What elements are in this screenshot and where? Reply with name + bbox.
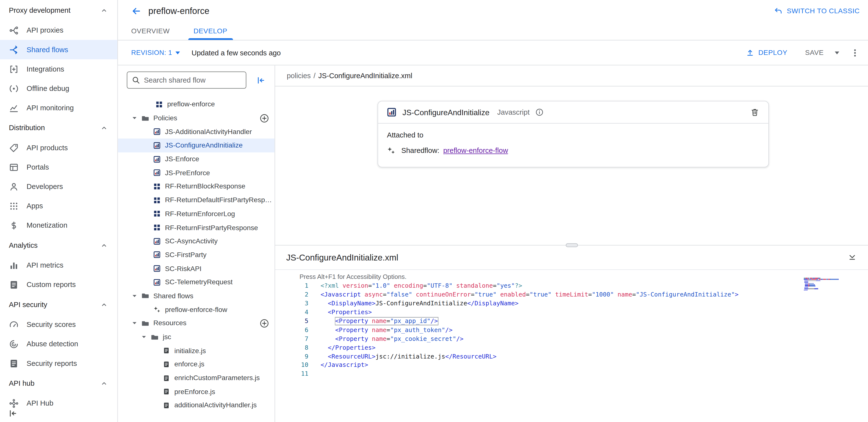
sidebar-item-monetization[interactable]: Monetization bbox=[0, 216, 117, 235]
deploy-button[interactable]: DEPLOY bbox=[746, 48, 787, 57]
collapse-explorer-button[interactable] bbox=[256, 75, 266, 85]
code-line-2[interactable]: 2<Javascript async="false" continueOnErr… bbox=[275, 290, 868, 299]
sidebar-item-developers[interactable]: Developers bbox=[0, 177, 117, 196]
code-lines: 1<?xml version="1.0" encoding="UTF-8" st… bbox=[275, 282, 868, 378]
more-menu-button[interactable] bbox=[850, 48, 859, 57]
chevron-up-icon bbox=[101, 301, 107, 308]
editor-header: JS-ConfigureAndInitialize.xml bbox=[275, 246, 868, 270]
tree-item-sc-riskapi[interactable]: SC-RiskAPI bbox=[118, 262, 275, 276]
collapse-editor-button[interactable] bbox=[847, 253, 857, 262]
tree-item-preflow-enforce[interactable]: preflow-enforce bbox=[118, 97, 275, 111]
nav-section-header-api-security[interactable]: API security bbox=[0, 294, 117, 315]
tree-item-initialize-js[interactable]: initialize.js bbox=[118, 344, 275, 358]
tree-item-enrichcustomparameters-js[interactable]: enrichCustomParameters.js bbox=[118, 371, 275, 385]
tree-item-js-preenforce[interactable]: JS-PreEnforce bbox=[118, 166, 275, 180]
sidebar-item-portals[interactable]: Portals bbox=[0, 157, 117, 177]
nav-section-header-api-hub[interactable]: API hub bbox=[0, 373, 117, 394]
sidebar-item-shared-flows[interactable]: Shared flows bbox=[0, 40, 117, 59]
sidebar-item-api-monitoring[interactable]: API monitoring bbox=[0, 98, 117, 117]
tree-item-policies[interactable]: Policies bbox=[118, 111, 275, 125]
tree-item-sc-asyncactivity[interactable]: SC-AsyncActivity bbox=[118, 234, 275, 248]
code-line-4[interactable]: 4 <Properties> bbox=[275, 308, 868, 317]
tree-item-enforce-js[interactable]: enforce.js bbox=[118, 358, 275, 371]
add-resources-button[interactable] bbox=[260, 318, 269, 328]
security-scores-icon bbox=[9, 319, 19, 330]
tree-item-js-additionalactivityhandler[interactable]: JS-AdditionalActivityHandler bbox=[118, 125, 275, 139]
sidebar-item-abuse-detection[interactable]: Abuse detection bbox=[0, 334, 117, 354]
sidebar-item-apps[interactable]: Apps bbox=[0, 196, 117, 216]
sidebar-item-offline-debug[interactable]: Offline debug bbox=[0, 79, 117, 98]
tree-item-resources[interactable]: Resources bbox=[118, 316, 275, 330]
policy-icon bbox=[153, 128, 160, 135]
add-policies-button[interactable] bbox=[260, 113, 269, 123]
tree-item-rf-returnfirstpartyresponse[interactable]: RF-ReturnFirstPartyResponse bbox=[118, 221, 275, 234]
code-line-8[interactable]: 8 </Properties> bbox=[275, 343, 868, 352]
sidebar-item-label: API Hub bbox=[27, 399, 54, 407]
sidebar-item-integrations[interactable]: Integrations bbox=[0, 59, 117, 79]
line-text: <Property name="px_auth_token"/> bbox=[320, 327, 452, 334]
tree-item-shared-flows[interactable]: Shared flows bbox=[118, 289, 275, 303]
sharedflow-link[interactable]: preflow-enforce-flow bbox=[443, 146, 508, 154]
code-line-7[interactable]: 7 <Property name="px_cookie_secret"/> bbox=[275, 334, 868, 343]
minimap[interactable] bbox=[804, 278, 842, 292]
code-line-6[interactable]: 6 <Property name="px_auth_token"/> bbox=[275, 326, 868, 335]
tree-item-sc-telemetryrequest[interactable]: SC-TelemetryRequest bbox=[118, 276, 275, 289]
info-icon[interactable] bbox=[535, 108, 544, 116]
code-line-9[interactable]: 9 <ResourceURL>jsc://initialize.js</Reso… bbox=[275, 352, 868, 361]
search-box[interactable] bbox=[127, 72, 246, 89]
portals-icon bbox=[9, 162, 19, 172]
delete-policy-button[interactable] bbox=[750, 108, 759, 117]
save-button[interactable]: SAVE bbox=[805, 49, 824, 57]
tree-item-rf-returnenforcerlog[interactable]: RF-ReturnEnforcerLog bbox=[118, 207, 275, 221]
breadcrumb-section[interactable]: policies bbox=[287, 72, 311, 80]
sidebar-item-custom-reports[interactable]: Custom reports bbox=[0, 275, 117, 294]
tree-item-additionalactivityhandler-js[interactable]: additionalActivityHandler.js bbox=[118, 398, 275, 412]
split-drag-handle[interactable] bbox=[565, 243, 578, 247]
line-text: </Javascript> bbox=[320, 362, 368, 369]
chevron-down-icon bbox=[131, 319, 138, 327]
policy-icon bbox=[153, 169, 160, 176]
nav-section-distribution: DistributionAPI productsPortalsDeveloper… bbox=[0, 117, 117, 235]
collapse-sidebar-icon[interactable] bbox=[8, 408, 18, 418]
tree-item-preflow-enforce-flow[interactable]: preflow-enforce-flow bbox=[118, 303, 275, 316]
nav-section-header-proxy-development[interactable]: Proxy development bbox=[0, 0, 117, 21]
sidebar-item-api-metrics[interactable]: API metrics bbox=[0, 256, 117, 275]
tab-overview[interactable]: OVERVIEW bbox=[126, 22, 175, 40]
code-editor[interactable]: Press Alt+F1 for Accessibility Options. … bbox=[275, 270, 868, 422]
code-line-11[interactable]: 11 bbox=[275, 370, 868, 378]
code-line-10[interactable]: 10</Javascript> bbox=[275, 361, 868, 370]
save-dropdown-button[interactable] bbox=[835, 51, 839, 54]
sharedflow-label: Sharedflow: bbox=[401, 146, 439, 154]
sidebar-sections: Proxy developmentAPI proxiesShared flows… bbox=[0, 0, 117, 413]
nav-section-header-distribution[interactable]: Distribution bbox=[0, 117, 117, 138]
tree-item-sc-firstparty[interactable]: SC-FirstParty bbox=[118, 248, 275, 262]
tree-item-jsc[interactable]: jsc bbox=[118, 330, 275, 344]
developers-icon bbox=[9, 181, 19, 192]
sidebar-item-security-reports[interactable]: Security reports bbox=[0, 354, 117, 373]
tree-item-rf-returnblockresponse[interactable]: RF-ReturnBlockResponse bbox=[118, 180, 275, 193]
search-input[interactable] bbox=[144, 76, 241, 84]
tree-item-js-configureandinitialize[interactable]: JS-ConfigureAndInitialize bbox=[118, 139, 275, 152]
code-line-3[interactable]: 3 <DisplayName>JS-ConfigureAndInitialize… bbox=[275, 299, 868, 308]
file-icon bbox=[163, 388, 170, 395]
tree-item-js-enforce[interactable]: JS-Enforce bbox=[118, 152, 275, 166]
sidebar-item-api-proxies[interactable]: API proxies bbox=[0, 21, 117, 40]
back-arrow-icon[interactable] bbox=[131, 6, 141, 16]
switch-to-classic-button[interactable]: SWITCH TO CLASSIC bbox=[774, 7, 860, 16]
breadcrumb-file: JS-ConfigureAndInitialize.xml bbox=[318, 72, 412, 80]
sidebar-item-label: Apps bbox=[27, 202, 43, 210]
line-text: <?xml version="1.0" encoding="UTF-8" sta… bbox=[320, 282, 522, 289]
page-title: preflow-enforce bbox=[148, 6, 209, 16]
chevron-up-icon bbox=[101, 380, 107, 387]
sidebar-item-security-scores[interactable]: Security scores bbox=[0, 315, 117, 334]
code-line-5[interactable]: 5 <Property name="px_app_id"/> bbox=[275, 317, 868, 326]
tree-item-rf-returndefaultfirstpartyresponse[interactable]: RF-ReturnDefaultFirstPartyResponse bbox=[118, 193, 275, 207]
policy-card-header: JS-ConfigureAndInitialize Javascript bbox=[378, 102, 768, 123]
code-line-1[interactable]: 1<?xml version="1.0" encoding="UTF-8" st… bbox=[275, 282, 868, 290]
tree-item-preenforce-js[interactable]: preEnforce.js bbox=[118, 385, 275, 398]
revision-selector[interactable]: REVISION: 1 bbox=[131, 49, 180, 57]
sidebar-item-api-products[interactable]: API products bbox=[0, 138, 117, 157]
breadcrumb: policies / JS-ConfigureAndInitialize.xml bbox=[275, 65, 868, 86]
nav-section-header-analytics[interactable]: Analytics bbox=[0, 235, 117, 256]
tab-develop[interactable]: DEVELOP bbox=[188, 22, 233, 40]
